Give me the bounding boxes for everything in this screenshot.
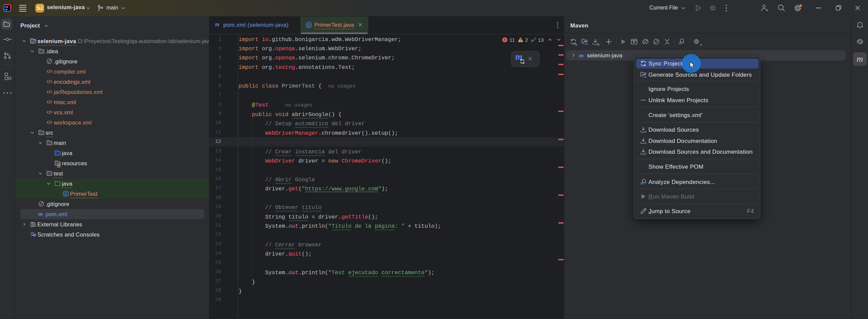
svg-text:IJ: IJ <box>5 6 8 8</box>
